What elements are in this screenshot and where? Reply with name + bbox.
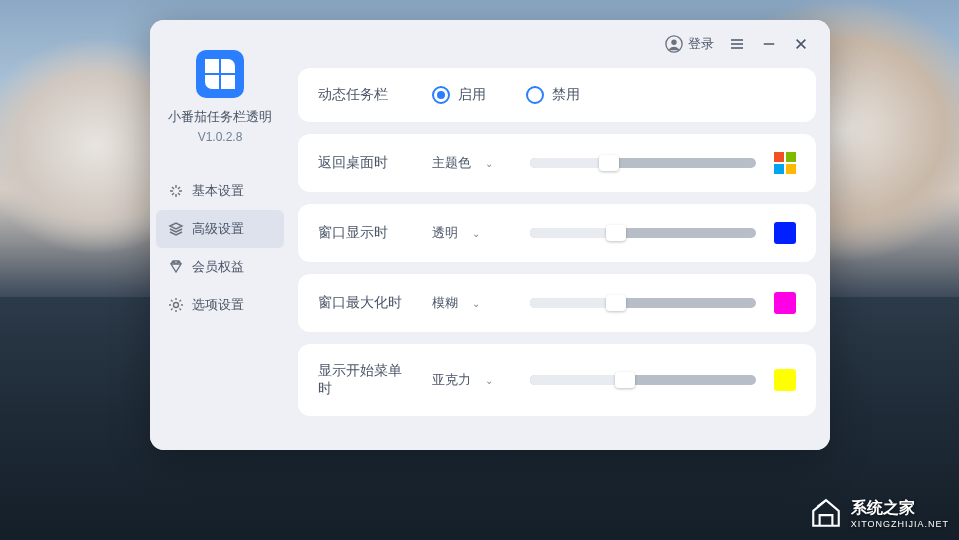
radio-enable[interactable]: 启用: [432, 86, 486, 104]
radio-circle-icon: [432, 86, 450, 104]
setting-label: 窗口显示时: [318, 224, 414, 242]
opacity-slider[interactable]: [530, 158, 756, 168]
start-menu-panel: 显示开始菜单时 亚克力 ⌄: [298, 344, 816, 416]
layers-icon: [168, 221, 184, 237]
color-swatch-theme[interactable]: [774, 152, 796, 174]
slider-thumb[interactable]: [606, 225, 626, 241]
dropdown-value: 透明: [432, 224, 458, 242]
radio-label: 启用: [458, 86, 486, 104]
setting-label: 显示开始菜单时: [318, 362, 414, 398]
watermark: 系统之家 XITONGZHIJIA.NET: [809, 496, 949, 530]
window-shown-panel: 窗口显示时 透明 ⌄: [298, 204, 816, 262]
app-logo: [196, 50, 244, 98]
effect-dropdown[interactable]: 透明 ⌄: [432, 224, 512, 242]
app-version: V1.0.2.8: [198, 130, 243, 144]
svg-point-2: [671, 40, 676, 45]
return-desktop-panel: 返回桌面时 主题色 ⌄: [298, 134, 816, 192]
sidebar: 小番茄任务栏透明 V1.0.2.8 基本设置 高级设置 会员权益: [150, 20, 290, 450]
dropdown-value: 主题色: [432, 154, 471, 172]
watermark-brand: 系统之家: [851, 499, 915, 516]
nav-options[interactable]: 选项设置: [150, 286, 290, 324]
setting-label: 返回桌面时: [318, 154, 414, 172]
nav-advanced-settings[interactable]: 高级设置: [156, 210, 284, 248]
radio-group: 启用 禁用: [432, 86, 580, 104]
effect-dropdown[interactable]: 模糊 ⌄: [432, 294, 512, 312]
window-maximized-panel: 窗口最大化时 模糊 ⌄: [298, 274, 816, 332]
main-content: 登录 动态任务栏 启用 禁用: [290, 20, 830, 450]
chevron-down-icon: ⌄: [485, 158, 493, 169]
titlebar: 登录: [298, 32, 816, 56]
nav-label: 基本设置: [192, 182, 244, 200]
app-window: 小番茄任务栏透明 V1.0.2.8 基本设置 高级设置 会员权益: [150, 20, 830, 450]
sparkle-icon: [168, 183, 184, 199]
slider-thumb[interactable]: [615, 372, 635, 388]
radio-circle-icon: [526, 86, 544, 104]
nav-label: 高级设置: [192, 220, 244, 238]
color-swatch[interactable]: [774, 222, 796, 244]
menu-icon[interactable]: [728, 35, 746, 53]
slider-thumb[interactable]: [606, 295, 626, 311]
user-icon: [665, 35, 683, 53]
effect-dropdown[interactable]: 亚克力 ⌄: [432, 371, 512, 389]
radio-label: 禁用: [552, 86, 580, 104]
login-label: 登录: [688, 35, 714, 53]
color-swatch[interactable]: [774, 369, 796, 391]
color-swatch[interactable]: [774, 292, 796, 314]
chevron-down-icon: ⌄: [485, 375, 493, 386]
close-icon[interactable]: [792, 35, 810, 53]
minimize-icon[interactable]: [760, 35, 778, 53]
dynamic-taskbar-panel: 动态任务栏 启用 禁用: [298, 68, 816, 122]
setting-label: 动态任务栏: [318, 86, 414, 104]
nav-label: 会员权益: [192, 258, 244, 276]
gear-icon: [168, 297, 184, 313]
setting-label: 窗口最大化时: [318, 294, 414, 312]
opacity-slider[interactable]: [530, 375, 756, 385]
opacity-slider[interactable]: [530, 298, 756, 308]
opacity-slider[interactable]: [530, 228, 756, 238]
radio-disable[interactable]: 禁用: [526, 86, 580, 104]
house-icon: [809, 496, 843, 530]
nav-list: 基本设置 高级设置 会员权益 选项设置: [150, 172, 290, 324]
nav-basic-settings[interactable]: 基本设置: [150, 172, 290, 210]
nav-membership[interactable]: 会员权益: [150, 248, 290, 286]
diamond-icon: [168, 259, 184, 275]
nav-label: 选项设置: [192, 296, 244, 314]
chevron-down-icon: ⌄: [472, 298, 480, 309]
login-button[interactable]: 登录: [665, 35, 714, 53]
chevron-down-icon: ⌄: [472, 228, 480, 239]
app-title: 小番茄任务栏透明: [168, 108, 272, 126]
watermark-url: XITONGZHIJIA.NET: [851, 519, 949, 529]
effect-dropdown[interactable]: 主题色 ⌄: [432, 154, 512, 172]
svg-point-0: [174, 303, 179, 308]
dropdown-value: 亚克力: [432, 371, 471, 389]
slider-thumb[interactable]: [599, 155, 619, 171]
dropdown-value: 模糊: [432, 294, 458, 312]
